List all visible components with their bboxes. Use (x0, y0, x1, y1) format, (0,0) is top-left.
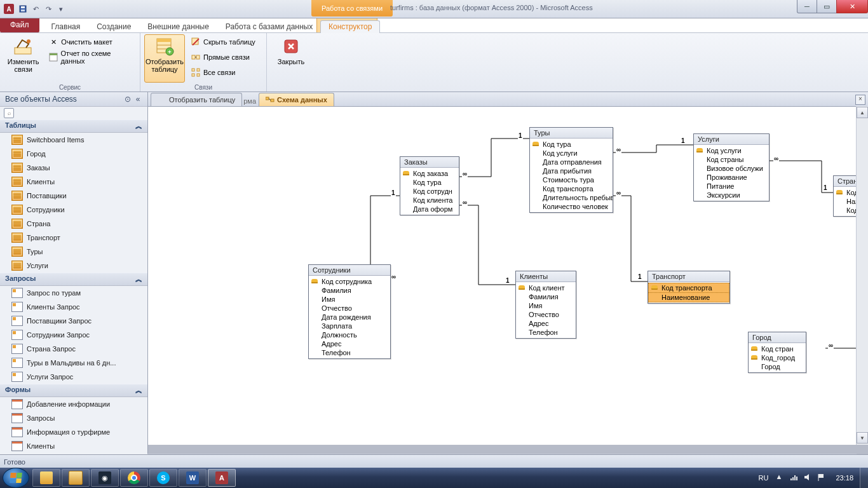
nav-pane-header[interactable]: Все объекты Access ⊙ « (0, 92, 147, 107)
tablebox-employees[interactable]: Сотрудники Код сотрудникаФамилияИмяОтчес… (308, 264, 391, 359)
tray-flag-icon[interactable] (817, 473, 827, 483)
field[interactable]: Питание (694, 182, 769, 191)
qat-undo-icon[interactable]: ↶ (30, 3, 41, 15)
show-table-button[interactable]: + Отобразить таблицу (144, 34, 185, 83)
tray-clock[interactable]: 23:18 (829, 474, 860, 482)
field[interactable]: Адрес (309, 339, 390, 348)
doc-tab-show-table[interactable]: Отобразить таблицу (151, 93, 242, 106)
field[interactable]: Код_страны (834, 188, 857, 197)
close-button-ribbon[interactable]: Закрыть (271, 34, 311, 83)
field[interactable]: Название с (834, 197, 857, 206)
field[interactable]: Код страны (694, 155, 769, 164)
scroll-down-icon[interactable]: ▼ (857, 432, 868, 444)
nav-item-form[interactable]: Добавление информации (0, 397, 147, 411)
field[interactable]: Код тура (400, 178, 459, 187)
direct-relationships-button[interactable]: Прямые связи (187, 50, 259, 65)
qat-save-icon[interactable] (17, 3, 29, 15)
show-desktop-button[interactable] (860, 468, 868, 488)
tablebox-transport[interactable]: Транспорт Код транспортаНаименование (648, 271, 730, 304)
file-tab[interactable]: Файл (0, 18, 39, 32)
field[interactable]: Телефон (516, 328, 576, 337)
field[interactable]: Количество человек (530, 202, 613, 211)
nav-item-query[interactable]: Поставщики Запрос (0, 314, 147, 328)
nav-item-query[interactable]: Сотрудники Запрос (0, 328, 147, 342)
nav-item-form[interactable]: Клиенты (0, 439, 147, 453)
field[interactable]: Дата рождения (309, 313, 390, 322)
nav-item-form[interactable]: Запросы (0, 411, 147, 425)
nav-item-table[interactable]: Клиенты (0, 175, 147, 189)
tray-up-icon[interactable]: ▲ (775, 473, 785, 483)
nav-item-query[interactable]: Услуги Запрос (0, 370, 147, 384)
nav-shutter-icon[interactable]: « (133, 95, 142, 104)
nav-item-query[interactable]: Клиенты Запрос (0, 300, 147, 314)
taskbar-explorer[interactable] (32, 469, 60, 487)
field[interactable]: Город (749, 362, 806, 371)
nav-item-query[interactable]: Запрос по турам (0, 286, 147, 300)
all-relationships-button[interactable]: Все связи (187, 65, 259, 80)
edit-relationships-button[interactable]: Изменить связи (4, 34, 43, 83)
field[interactable]: Наименование (648, 292, 729, 302)
field[interactable]: Должность (309, 330, 390, 339)
field[interactable]: Код_город (834, 206, 857, 215)
tablebox-orders[interactable]: Заказы Код заказаКод тураКод сотруднКод … (400, 156, 459, 215)
field[interactable]: Код заказа (400, 169, 459, 178)
nav-dropdown-icon[interactable]: ⊙ (125, 95, 131, 104)
field[interactable]: Код транспорта (530, 184, 613, 193)
field[interactable]: Код услуги (530, 149, 613, 158)
nav-item-query[interactable]: Страна Запрос (0, 342, 147, 356)
field[interactable]: Код клиент (516, 283, 576, 292)
field[interactable]: Адрес (516, 319, 576, 328)
taskbar-steam[interactable]: ◉ (91, 469, 119, 487)
tray-volume-icon[interactable] (803, 473, 813, 483)
qat-redo-icon[interactable]: ↷ (43, 3, 54, 15)
nav-item-table[interactable]: Страна (0, 217, 147, 231)
tablebox-services[interactable]: Услуги Код услугиКод страныВизовое обслу… (693, 133, 770, 201)
field[interactable]: Имя (516, 301, 576, 310)
nav-search-icon[interactable]: ⌕ (4, 108, 14, 118)
field[interactable]: Экскурсии (694, 191, 769, 200)
nav-item-table[interactable]: Туры (0, 245, 147, 259)
nav-item-table[interactable]: Сотрудники (0, 203, 147, 217)
maximize-button[interactable]: ▭ (817, 0, 837, 13)
tablebox-country[interactable]: Страна Код_страныНазвание сКод_город (833, 175, 857, 217)
tablebox-clients[interactable]: Клиенты Код клиентФамилияИмяОтчествоАдре… (515, 271, 576, 339)
field[interactable]: Визовое обслужи (694, 164, 769, 173)
field[interactable]: Стоимость тура (530, 175, 613, 184)
field[interactable]: Зарплата (309, 322, 390, 330)
field[interactable]: Фамилия (309, 286, 390, 295)
tray-lang[interactable]: RU (759, 474, 769, 482)
hide-table-button[interactable]: Скрыть таблицу (187, 34, 259, 50)
taskbar-folder[interactable] (62, 469, 90, 487)
field[interactable]: Код клиента (400, 196, 459, 205)
nav-item-form[interactable]: Информация о турфирме (0, 425, 147, 439)
taskbar-word[interactable]: W (179, 469, 207, 487)
nav-group-tables[interactable]: Таблицы︽ (0, 119, 147, 133)
field[interactable]: Фамилия (516, 292, 576, 301)
field[interactable]: Дата оформ (400, 205, 459, 214)
vertical-scrollbar[interactable]: ▲▼ (856, 106, 868, 445)
relationships-diagram[interactable]: 1 ∞ 1 ∞ 1 ∞ 1 ∞ 1 ∞ ∞ 1 ∞ 1 Туры Код тур… (148, 107, 857, 445)
field[interactable]: Код сотрудника (309, 277, 390, 286)
field[interactable]: Код услуги (694, 146, 769, 155)
nav-item-table[interactable]: Заказы (0, 161, 147, 175)
qat-customize-icon[interactable]: ▾ (55, 3, 67, 15)
field[interactable]: Отчество (309, 304, 390, 313)
minimize-button[interactable]: ─ (797, 0, 817, 13)
taskbar-access[interactable]: A (208, 469, 236, 487)
relationship-report-button[interactable]: Отчет по схеме данных (45, 50, 136, 65)
field[interactable]: Код тура (530, 140, 613, 149)
doc-tab-relationships[interactable]: Схема данных (259, 93, 334, 106)
field[interactable]: Код_город (749, 353, 806, 362)
nav-group-queries[interactable]: Запросы︽ (0, 273, 147, 286)
close-button[interactable]: ✕ (836, 0, 868, 13)
field[interactable]: Код стран (749, 344, 806, 353)
tab-design[interactable]: Конструктор (320, 20, 380, 33)
nav-item-table[interactable]: Поставщики (0, 189, 147, 203)
field[interactable]: Телефон (309, 348, 390, 357)
tablebox-tours[interactable]: Туры Код тураКод услугиДата отправленияД… (529, 127, 613, 213)
tablebox-city[interactable]: Город Код странКод_городГород (748, 332, 806, 373)
taskbar-chrome[interactable] (120, 469, 148, 487)
field[interactable]: Отчество (516, 310, 576, 319)
field[interactable]: Код транспорта (648, 283, 729, 293)
nav-group-forms[interactable]: Формы︽ (0, 384, 147, 397)
